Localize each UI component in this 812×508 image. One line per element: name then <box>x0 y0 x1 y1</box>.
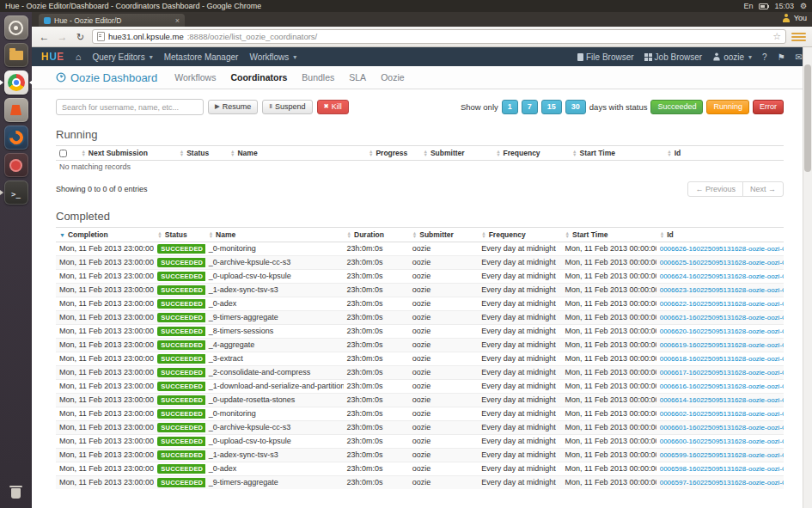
days-filter-30[interactable]: 30 <box>565 100 586 115</box>
profile-chip[interactable]: You <box>782 14 807 22</box>
running-col-id[interactable]: Id <box>663 146 784 161</box>
launcher-item-terminal[interactable] <box>4 181 28 205</box>
launcher-item-trash[interactable] <box>4 481 28 505</box>
status-filter-succeeded[interactable]: Succeeded <box>650 100 703 115</box>
launcher-item-google-chrome[interactable] <box>4 70 28 95</box>
tab-sla[interactable]: SLA <box>349 72 366 83</box>
resume-button[interactable]: ▶Resume <box>208 100 258 115</box>
cell-id: 0006625-160225095131628-oozie-oozi-C <box>656 256 784 270</box>
status-filter-running[interactable]: Running <box>706 100 749 115</box>
completed-col-completion[interactable]: Completion <box>56 228 154 242</box>
forward-button[interactable] <box>56 32 69 42</box>
running-col-status[interactable]: Status <box>176 146 227 161</box>
clock-indicator[interactable]: 15:03 <box>774 2 794 10</box>
running-col-name[interactable]: Name <box>227 146 365 161</box>
status-badge: SUCCEEDED <box>157 244 205 254</box>
coordinator-id-link[interactable]: 0006599-160225095131628-oozie-oozi-C <box>660 451 784 459</box>
coordinator-id-link[interactable]: 0006602-160225095131628-oozie-oozi-C <box>660 410 784 418</box>
launcher-item-software-center[interactable] <box>4 98 28 122</box>
suspend-button[interactable]: ⅡSuspend <box>262 100 312 115</box>
coordinator-id-link[interactable]: 0006600-160225095131628-oozie-oozi-C <box>660 438 784 445</box>
tab-bundles[interactable]: Bundles <box>302 72 334 83</box>
completed-col-status[interactable]: Status <box>154 228 205 242</box>
coordinator-id-link[interactable]: 0006617-160225095131628-oozie-oozi-C <box>660 369 784 376</box>
nav-job-browser[interactable]: Job Browser <box>644 52 703 62</box>
days-filter-1[interactable]: 1 <box>502 100 518 115</box>
tab-close-icon[interactable] <box>175 16 180 25</box>
launcher-item-firefox[interactable] <box>4 125 28 150</box>
window-title: Hue - Oozie Editor/Dashboard - Coordinat… <box>5 2 261 10</box>
launcher-item-dash-home[interactable] <box>4 15 28 40</box>
nav-file-browser[interactable]: File Browser <box>577 52 634 62</box>
nav-help[interactable]: ? <box>762 52 767 62</box>
running-col-next-submission[interactable]: Next Submission <box>77 146 175 161</box>
launcher-item-file-manager[interactable] <box>4 43 28 67</box>
tab-coordinators[interactable]: Coordinators <box>230 72 287 83</box>
select-all-checkbox[interactable] <box>59 150 67 157</box>
coordinator-id-link[interactable]: 0006622-160225095131628-oozie-oozi-C <box>660 300 784 308</box>
nav-user-menu[interactable]: oozie <box>712 52 752 62</box>
coordinator-id-link[interactable]: 0006623-160225095131628-oozie-oozi-C <box>660 286 784 294</box>
running-col-progress[interactable]: Progress <box>365 146 420 161</box>
coordinator-id-link[interactable]: 0006614-160225095131628-oozie-oozi-C <box>660 396 784 404</box>
completed-col-start-time[interactable]: Start Time <box>562 228 656 242</box>
cell-name: _0-upload-csv-to-kpsule <box>205 270 344 284</box>
completed-col-name[interactable]: Name <box>205 228 344 242</box>
cell-frequency: Every day at midnight <box>478 352 561 366</box>
tab-workflows[interactable]: Workflows <box>174 72 216 83</box>
coordinator-id-link[interactable]: 0006601-160225095131628-oozie-oozi-C <box>660 424 784 431</box>
previous-page-button[interactable]: ← Previous <box>687 181 743 197</box>
cell-duration: 23h:0m:0s <box>344 366 409 380</box>
column-label: Start Time <box>580 149 615 157</box>
completed-col-id[interactable]: Id <box>656 228 784 242</box>
coordinator-id-link[interactable]: 0006620-160225095131628-oozie-oozi-C <box>660 327 784 335</box>
pagination: ← Previous Next → <box>687 181 784 197</box>
session-gear-icon[interactable] <box>800 2 807 10</box>
coordinator-id-link[interactable]: 0006625-160225095131628-oozie-oozi-C <box>660 259 784 266</box>
cell-start-time: Mon, 11 Feb 2013 00:00:00 <box>562 352 656 366</box>
feedback-icon[interactable] <box>796 52 803 62</box>
coordinator-id-link[interactable]: 0006616-160225095131628-oozie-oozi-C <box>660 383 784 390</box>
battery-indicator[interactable] <box>759 3 768 9</box>
coordinator-id-link[interactable]: 0006619-160225095131628-oozie-oozi-C <box>660 341 784 349</box>
running-col-frequency[interactable]: Frequency <box>492 146 569 161</box>
coordinator-id-link[interactable]: 0006598-160225095131628-oozie-oozi-C <box>660 465 784 473</box>
completed-col-frequency[interactable]: Frequency <box>478 228 561 242</box>
coordinator-id-link[interactable]: 0006597-160225095131628-oozie-oozi-C <box>660 479 784 487</box>
chrome-menu-button[interactable] <box>791 31 806 42</box>
flag-icon[interactable] <box>778 52 785 62</box>
nav-metastore-manager[interactable]: Metastore Manager <box>164 52 239 62</box>
search-input[interactable] <box>56 99 204 115</box>
running-col-start-time[interactable]: Start Time <box>569 146 663 161</box>
status-filter-error[interactable]: Error <box>753 100 784 115</box>
status-badge: SUCCEEDED <box>157 327 205 336</box>
tab-oozie[interactable]: Oozie <box>381 72 404 83</box>
coordinator-id-link[interactable]: 0006618-160225095131628-oozie-oozi-C <box>660 355 784 363</box>
nav-query-editors[interactable]: Query Editors <box>93 52 153 62</box>
sort-icon <box>347 232 351 238</box>
next-page-button[interactable]: Next → <box>742 181 784 197</box>
address-bar[interactable]: hue31.onl.kpsule.me :8888/oozie/list_ooz… <box>92 29 786 44</box>
running-col-submitter[interactable]: Submitter <box>419 146 492 161</box>
coordinator-id-link[interactable]: 0006624-160225095131628-oozie-oozi-C <box>660 272 784 280</box>
browser-scrollbar[interactable] <box>803 47 812 508</box>
completed-col-submitter[interactable]: Submitter <box>409 228 478 242</box>
sort-icon <box>572 150 577 156</box>
completed-col-duration[interactable]: Duration <box>344 228 409 242</box>
bookmark-star-icon[interactable] <box>772 31 781 42</box>
scrollbar-thumb[interactable] <box>804 64 811 172</box>
page-viewport: HUE Query Editors Metastore Manager Work… <box>32 47 812 508</box>
nav-workflows[interactable]: Workflows <box>249 52 296 62</box>
back-button[interactable] <box>38 32 51 42</box>
reload-button[interactable] <box>74 32 87 42</box>
days-filter-15[interactable]: 15 <box>541 100 562 115</box>
nav-home[interactable] <box>76 52 82 62</box>
kill-button[interactable]: ✖Kill <box>317 100 349 115</box>
coordinator-id-link[interactable]: 0006626-160225095131628-oozie-oozi-C <box>660 245 784 253</box>
days-filter-7[interactable]: 7 <box>522 100 538 115</box>
coordinator-id-link[interactable]: 0006621-160225095131628-oozie-oozi-C <box>660 314 784 321</box>
launcher-item-media-player[interactable] <box>4 153 28 177</box>
hue-logo[interactable]: HUE <box>41 51 64 63</box>
keyboard-layout-indicator[interactable]: En <box>743 2 753 10</box>
browser-tab[interactable]: Hue - Oozie Editor/D <box>39 14 185 27</box>
